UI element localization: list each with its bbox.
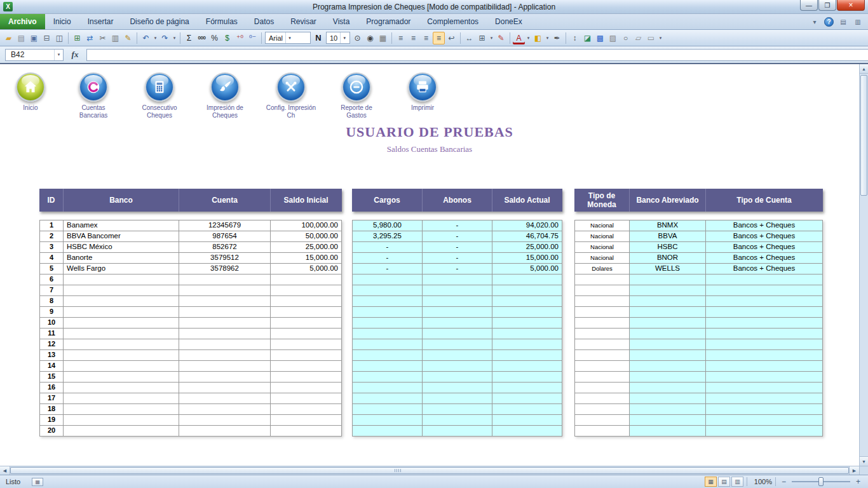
cell[interactable] (271, 318, 342, 329)
cell[interactable] (179, 329, 271, 339)
cell[interactable] (423, 285, 492, 296)
cell[interactable] (271, 339, 342, 350)
cell[interactable] (423, 274, 492, 285)
cell[interactable]: Bancos + Cheques (706, 242, 823, 253)
cell[interactable]: 12345679 (179, 220, 271, 231)
cell[interactable] (492, 404, 562, 415)
app-button-imprimir[interactable]: Imprimir (397, 72, 448, 112)
fill-color-caret-icon[interactable]: ▾ (545, 32, 550, 44)
borders-caret-icon[interactable]: ▾ (489, 32, 494, 44)
cell[interactable] (492, 361, 562, 372)
cell[interactable] (353, 361, 423, 372)
cell[interactable]: Wells Fargo (64, 264, 179, 274)
autosum-icon[interactable]: Σ (183, 32, 195, 44)
cell[interactable]: 94,020.00 (492, 220, 562, 231)
cell[interactable] (423, 372, 492, 383)
cell[interactable]: 11 (40, 329, 64, 339)
cell[interactable]: 7 (40, 285, 64, 296)
cell[interactable] (630, 372, 706, 383)
cell[interactable]: 13 (40, 350, 64, 361)
cell[interactable] (630, 350, 706, 361)
cell[interactable] (179, 318, 271, 329)
cell[interactable] (706, 361, 823, 372)
zoom-out-button[interactable]: − (779, 477, 789, 487)
cell[interactable]: 14 (40, 361, 64, 372)
cell[interactable]: 3 (40, 242, 64, 253)
cell[interactable]: Banamex (64, 220, 179, 231)
tab-revisar[interactable]: Revisar (282, 14, 325, 29)
cell[interactable] (575, 415, 630, 426)
cell[interactable] (353, 404, 423, 415)
zoom-slider[interactable] (792, 481, 850, 482)
cell[interactable]: 2 (40, 231, 64, 242)
cell[interactable] (706, 404, 823, 415)
cell[interactable] (492, 329, 562, 339)
chevron-down-icon[interactable]: ▾ (285, 32, 294, 43)
cell[interactable]: 20 (40, 426, 64, 437)
comment-icon[interactable]: ▭ (645, 32, 657, 44)
chevron-down-icon[interactable]: ▾ (54, 50, 63, 60)
close-button[interactable]: × (837, 0, 865, 11)
zoom-slider-thumb[interactable] (818, 477, 824, 486)
cell[interactable] (179, 372, 271, 383)
tab-datos[interactable]: Datos (246, 14, 282, 29)
app-button-reporte-de-gastos[interactable]: Reporte de Gastos (331, 72, 382, 119)
currency-format-icon[interactable]: $ (221, 32, 233, 44)
cell[interactable] (423, 296, 492, 307)
page-break-view-icon[interactable]: ▥ (731, 477, 743, 487)
cell[interactable] (64, 329, 179, 339)
cell[interactable] (64, 296, 179, 307)
cell[interactable]: 15 (40, 372, 64, 383)
tab-insertar[interactable]: Insertar (79, 14, 122, 29)
cell[interactable]: Nacional (575, 220, 630, 231)
cell[interactable]: BNOR (630, 253, 706, 264)
cell[interactable] (179, 404, 271, 415)
cell[interactable]: 1 (40, 220, 64, 231)
save-icon[interactable]: ▣ (28, 32, 40, 44)
cell[interactable] (575, 329, 630, 339)
app-button-inicio[interactable]: Inicio (5, 72, 56, 112)
cell[interactable] (179, 350, 271, 361)
cell[interactable] (492, 274, 562, 285)
cell[interactable] (423, 329, 492, 339)
cell[interactable] (492, 393, 562, 404)
cell[interactable]: 9 (40, 307, 64, 318)
minimize-button[interactable]: — (800, 0, 818, 11)
cell[interactable] (492, 372, 562, 383)
cell[interactable] (271, 329, 342, 339)
cell[interactable]: 5,000.00 (492, 264, 562, 274)
chart-icon[interactable]: ◪ (581, 32, 593, 44)
cell[interactable] (492, 350, 562, 361)
tab-programador[interactable]: Programador (358, 14, 419, 29)
cell[interactable] (353, 372, 423, 383)
cell[interactable]: - (423, 220, 492, 231)
tab-inicio[interactable]: Inicio (45, 14, 79, 29)
cell[interactable] (423, 404, 492, 415)
thousands-format-icon[interactable]: 000 (196, 32, 208, 44)
cell[interactable]: Nacional (575, 253, 630, 264)
zoom-icon[interactable]: ⊙ (351, 32, 363, 44)
tab-doneex[interactable]: DoneEx (487, 14, 531, 29)
cell[interactable]: 16 (40, 383, 64, 393)
cell[interactable]: 15,000.00 (271, 253, 342, 264)
bold-button[interactable]: N (312, 32, 325, 44)
cell[interactable]: Bancos + Cheques (706, 231, 823, 242)
cell[interactable] (64, 361, 179, 372)
open-icon[interactable]: ▰ (3, 32, 15, 44)
cell[interactable] (271, 415, 342, 426)
cell[interactable] (271, 361, 342, 372)
refresh-icon[interactable]: ⇄ (84, 32, 96, 44)
decrease-decimal-icon[interactable]: ⁰⁻ (247, 32, 259, 44)
cell[interactable] (575, 426, 630, 437)
vertical-scroll-thumb[interactable] (860, 75, 867, 196)
cell[interactable] (271, 296, 342, 307)
cell[interactable] (630, 329, 706, 339)
cell[interactable] (630, 285, 706, 296)
cell[interactable] (706, 296, 823, 307)
cell[interactable] (179, 285, 271, 296)
zoom-level[interactable]: 100% (750, 478, 772, 485)
more-caret-icon[interactable]: ▾ (658, 32, 663, 44)
cell[interactable] (706, 307, 823, 318)
print-preview-icon[interactable]: ◫ (53, 32, 65, 44)
cell[interactable]: 3578962 (179, 264, 271, 274)
